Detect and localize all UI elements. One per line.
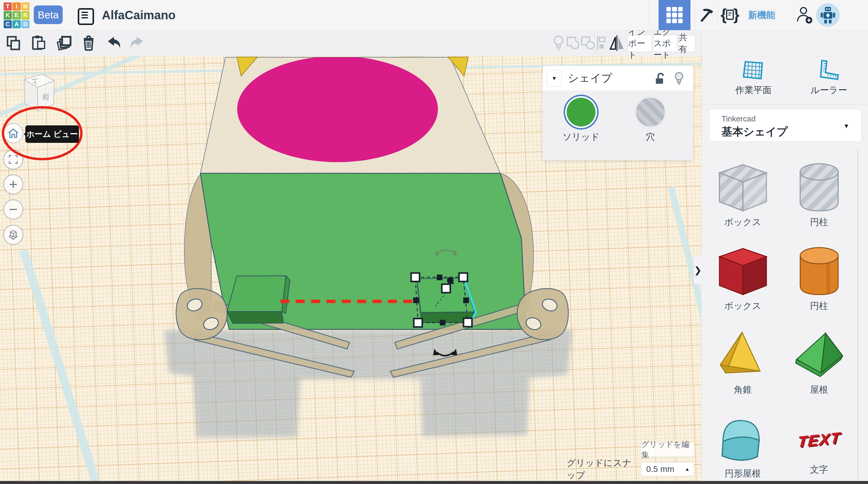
shape-item-round-roof[interactable]: 円形屋根 (705, 404, 781, 484)
shape-item-text[interactable]: TEXT文字 (781, 404, 857, 484)
ruler-icon (818, 59, 840, 81)
round-roof-icon (716, 413, 770, 466)
perspective-toggle-button[interactable] (3, 225, 23, 245)
caret-up-icon: ▲ (685, 466, 689, 472)
robot-avatar-icon (819, 6, 837, 24)
export-button[interactable]: エクスポート (653, 35, 677, 52)
import-button[interactable]: インポート (628, 35, 652, 52)
code-blocks-icon: { } (720, 7, 740, 24)
redo-icon (128, 36, 145, 50)
share-button[interactable]: 共有 (678, 35, 695, 52)
solid-label: ソリッド (557, 131, 605, 143)
align-icon (595, 35, 609, 51)
header-separator (695, 2, 695, 28)
visibility-lightbulb-icon[interactable] (674, 72, 684, 86)
sidebar-scrollbar[interactable] (858, 149, 858, 480)
shape-item-label: 円柱 (810, 216, 828, 229)
snap-grid-select[interactable]: 0.5 mm ▲ (641, 462, 694, 476)
shape-gallery: ボックス 円柱 ボックス 円柱 角錐 屋根 円形屋根TEXT文字 (705, 153, 861, 484)
logo-tile: N (22, 2, 30, 10)
zoom-in-button[interactable] (3, 175, 23, 194)
logo-tile: E (12, 11, 21, 19)
paste-icon (31, 35, 46, 51)
snap-grid-label: グリッドにスナップ (567, 462, 638, 476)
solid-option[interactable]: ソリッド (557, 96, 605, 143)
minecraft-export-button[interactable] (696, 0, 716, 30)
small-box-left[interactable] (227, 276, 290, 323)
shape-item-box[interactable]: ボックス (705, 237, 781, 321)
viewcube-top-label: 上 (31, 78, 39, 87)
pyramid-icon (716, 329, 770, 383)
shape-library-select[interactable]: Tinkercad 基本シェイプ ▼ (709, 109, 862, 142)
copy-icon (6, 36, 21, 51)
user-avatar[interactable] (816, 3, 840, 27)
car-roof[interactable] (200, 56, 500, 173)
viewcube-front-label: 前 (42, 93, 50, 101)
caret-down-icon: ▼ (843, 123, 849, 129)
tinkercad-app: { "header": { "logo_letters": ["T","I","… (0, 0, 868, 484)
shape-item-label: 文字 (810, 463, 828, 476)
box-icon (716, 246, 770, 299)
shape-item-label: 円形屋根 (725, 467, 761, 480)
shape-panel-body: ソリッド 穴 (542, 90, 693, 160)
shape-item-cylinder[interactable]: 円柱 (781, 237, 857, 321)
copy-button[interactable] (4, 34, 22, 52)
top-header: TINKERCAD Beta AlfaCaimano { } (0, 0, 868, 30)
edit-grid-button[interactable]: グリッドを編集 (641, 443, 695, 457)
workplane-label: 作業平面 (723, 84, 784, 96)
library-brand: Tinkercad (721, 114, 755, 124)
cylinder-icon (797, 246, 842, 299)
delete-button[interactable] (80, 34, 98, 52)
shape-inspector-panel: ▼ シェイプ ソリッド 穴 (542, 66, 693, 160)
edit-toolbar: インポート エクスポート 共有 (0, 30, 701, 56)
beta-button[interactable]: Beta (34, 5, 63, 24)
unlock-icon[interactable] (654, 72, 666, 85)
shapes-sidebar: 作業平面 ルーラー Tinkercad 基本シェイプ ▼ ボックス 円柱 ボック (701, 30, 868, 484)
shape-item-hole-box[interactable]: ボックス (705, 153, 781, 237)
minus-icon (8, 205, 18, 214)
tinkercad-logo[interactable]: TINKERCAD (4, 2, 30, 28)
shape-item-pyramid[interactable]: 角錐 (705, 321, 781, 404)
duplicate-icon (56, 35, 72, 51)
shape-item-label: ボックス (724, 216, 761, 229)
3d-viewport[interactable]: 上 前 ホーム ビュー (0, 56, 701, 484)
shape-item-hole-cylinder[interactable]: 円柱 (781, 153, 857, 237)
redo-button[interactable] (127, 34, 146, 52)
blocks-view-button[interactable] (658, 0, 690, 30)
hole-option[interactable]: 穴 (626, 96, 675, 143)
shape-item-label: ボックス (724, 300, 761, 312)
duplicate-button[interactable] (55, 34, 73, 52)
shape-item-roof[interactable]: 屋根 (781, 321, 857, 404)
snap-grid-value: 0.5 mm (646, 464, 674, 474)
ruler-tool[interactable]: ルーラー (799, 59, 859, 96)
design-title[interactable]: AlfaCaimano (102, 0, 176, 30)
undo-icon (106, 36, 122, 50)
codeblocks-button[interactable]: { } (718, 0, 741, 30)
sidebar-collapse-tab[interactable]: ❯ (693, 255, 702, 284)
trash-icon (82, 35, 96, 51)
header-separator (649, 2, 649, 28)
add-person-icon (796, 6, 812, 24)
shape-item-label: 屋根 (810, 384, 828, 396)
grid-icon (666, 7, 683, 23)
whats-new-link[interactable]: 新機能 (742, 0, 781, 30)
paste-button[interactable] (30, 34, 48, 52)
header-separator (717, 2, 718, 28)
text-icon: TEXT (798, 417, 840, 462)
workplane-tool[interactable]: 作業平面 (723, 59, 784, 96)
collapse-panel-button[interactable]: ▼ (547, 70, 562, 87)
home-view-tooltip: ホーム ビュー (25, 125, 79, 143)
design-properties-icon[interactable] (78, 8, 94, 25)
svg-text:}: } (733, 7, 739, 23)
zoom-out-button[interactable] (3, 200, 23, 219)
sidebar-tools: 作業平面 ルーラー (702, 56, 868, 105)
perspective-cube-icon (8, 229, 19, 240)
shape-panel-title: シェイプ (568, 66, 612, 90)
undo-button[interactable] (105, 34, 123, 52)
hole-box-icon (716, 162, 770, 215)
lightbulb-icon (552, 35, 565, 51)
plus-icon (8, 180, 18, 189)
invite-button[interactable] (795, 0, 814, 30)
mirror-button[interactable] (608, 34, 626, 52)
bottom-cropped-bar (0, 481, 868, 484)
